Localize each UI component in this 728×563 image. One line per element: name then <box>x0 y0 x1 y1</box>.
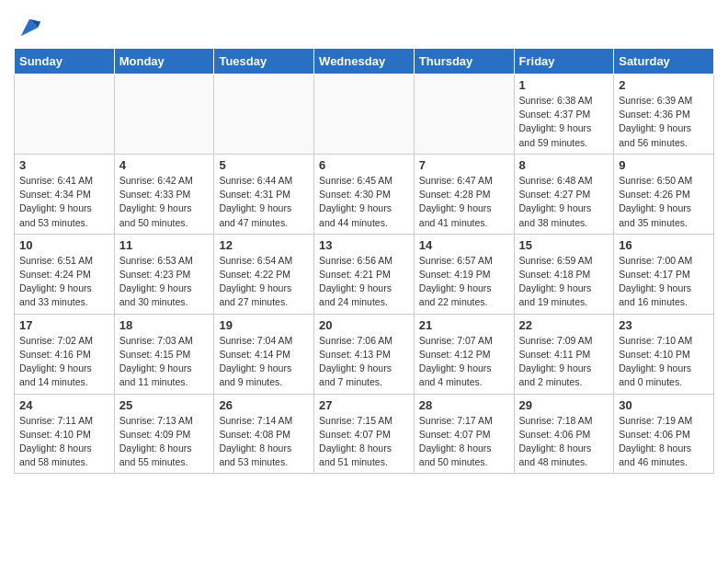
calendar-cell: 24Sunrise: 7:11 AM Sunset: 4:10 PM Dayli… <box>15 394 115 474</box>
calendar-cell: 7Sunrise: 6:47 AM Sunset: 4:28 PM Daylig… <box>414 154 514 234</box>
calendar-cell: 9Sunrise: 6:50 AM Sunset: 4:26 PM Daylig… <box>614 154 714 234</box>
day-number: 24 <box>19 398 109 412</box>
day-info: Sunrise: 7:02 AM Sunset: 4:16 PM Dayligh… <box>19 334 109 390</box>
calendar-cell: 17Sunrise: 7:02 AM Sunset: 4:16 PM Dayli… <box>15 314 115 394</box>
day-number: 20 <box>319 318 409 332</box>
day-info: Sunrise: 6:41 AM Sunset: 4:34 PM Dayligh… <box>19 174 109 230</box>
calendar-cell <box>114 75 214 155</box>
day-number: 5 <box>219 158 309 172</box>
calendar-cell: 14Sunrise: 6:57 AM Sunset: 4:19 PM Dayli… <box>414 234 514 314</box>
day-info: Sunrise: 7:17 AM Sunset: 4:07 PM Dayligh… <box>419 414 509 470</box>
calendar-table: SundayMondayTuesdayWednesdayThursdayFrid… <box>14 48 714 474</box>
calendar-cell: 15Sunrise: 6:59 AM Sunset: 4:18 PM Dayli… <box>514 234 614 314</box>
day-number: 21 <box>419 318 509 332</box>
day-info: Sunrise: 6:57 AM Sunset: 4:19 PM Dayligh… <box>419 254 509 310</box>
day-number: 14 <box>419 238 509 252</box>
day-number: 25 <box>119 398 210 412</box>
calendar-cell: 29Sunrise: 7:18 AM Sunset: 4:06 PM Dayli… <box>514 394 614 474</box>
calendar-cell: 27Sunrise: 7:15 AM Sunset: 4:07 PM Dayli… <box>314 394 415 474</box>
calendar-cell: 3Sunrise: 6:41 AM Sunset: 4:34 PM Daylig… <box>15 154 115 234</box>
calendar-cell <box>414 75 514 155</box>
day-info: Sunrise: 6:38 AM Sunset: 4:37 PM Dayligh… <box>519 94 609 150</box>
day-info: Sunrise: 7:04 AM Sunset: 4:14 PM Dayligh… <box>219 334 309 390</box>
calendar-header-sunday: Sunday <box>15 49 115 75</box>
day-info: Sunrise: 6:53 AM Sunset: 4:23 PM Dayligh… <box>119 254 210 310</box>
day-info: Sunrise: 6:44 AM Sunset: 4:31 PM Dayligh… <box>219 174 309 230</box>
calendar-cell: 23Sunrise: 7:10 AM Sunset: 4:10 PM Dayli… <box>614 314 714 394</box>
calendar-week-row: 17Sunrise: 7:02 AM Sunset: 4:16 PM Dayli… <box>15 314 714 394</box>
day-info: Sunrise: 7:00 AM Sunset: 4:17 PM Dayligh… <box>619 254 709 310</box>
day-info: Sunrise: 7:10 AM Sunset: 4:10 PM Dayligh… <box>619 334 709 390</box>
day-number: 17 <box>19 318 109 332</box>
day-info: Sunrise: 6:59 AM Sunset: 4:18 PM Dayligh… <box>519 254 609 310</box>
calendar-cell: 30Sunrise: 7:19 AM Sunset: 4:06 PM Dayli… <box>614 394 714 474</box>
day-info: Sunrise: 7:09 AM Sunset: 4:11 PM Dayligh… <box>519 334 609 390</box>
calendar-cell: 5Sunrise: 6:44 AM Sunset: 4:31 PM Daylig… <box>214 154 314 234</box>
day-number: 10 <box>19 238 109 252</box>
calendar-cell: 28Sunrise: 7:17 AM Sunset: 4:07 PM Dayli… <box>414 394 514 474</box>
day-info: Sunrise: 7:19 AM Sunset: 4:06 PM Dayligh… <box>619 414 709 470</box>
day-number: 13 <box>319 238 409 252</box>
calendar-cell: 2Sunrise: 6:39 AM Sunset: 4:36 PM Daylig… <box>614 75 714 155</box>
day-number: 19 <box>219 318 309 332</box>
day-number: 4 <box>119 158 210 172</box>
calendar-cell: 13Sunrise: 6:56 AM Sunset: 4:21 PM Dayli… <box>314 234 415 314</box>
calendar-cell: 6Sunrise: 6:45 AM Sunset: 4:30 PM Daylig… <box>314 154 415 234</box>
day-info: Sunrise: 6:50 AM Sunset: 4:26 PM Dayligh… <box>619 174 709 230</box>
calendar-cell: 19Sunrise: 7:04 AM Sunset: 4:14 PM Dayli… <box>214 314 314 394</box>
calendar-cell: 1Sunrise: 6:38 AM Sunset: 4:37 PM Daylig… <box>514 75 614 155</box>
calendar-cell: 16Sunrise: 7:00 AM Sunset: 4:17 PM Dayli… <box>614 234 714 314</box>
calendar-header-tuesday: Tuesday <box>214 49 314 75</box>
day-info: Sunrise: 7:13 AM Sunset: 4:09 PM Dayligh… <box>119 414 210 470</box>
day-number: 7 <box>419 158 509 172</box>
day-info: Sunrise: 6:45 AM Sunset: 4:30 PM Dayligh… <box>319 174 409 230</box>
day-number: 8 <box>519 158 609 172</box>
day-info: Sunrise: 7:06 AM Sunset: 4:13 PM Dayligh… <box>319 334 409 390</box>
day-info: Sunrise: 6:42 AM Sunset: 4:33 PM Dayligh… <box>119 174 210 230</box>
calendar-cell <box>214 75 314 155</box>
day-number: 12 <box>219 238 309 252</box>
calendar-week-row: 24Sunrise: 7:11 AM Sunset: 4:10 PM Dayli… <box>15 394 714 474</box>
day-info: Sunrise: 7:03 AM Sunset: 4:15 PM Dayligh… <box>119 334 210 390</box>
calendar-cell: 8Sunrise: 6:48 AM Sunset: 4:27 PM Daylig… <box>514 154 614 234</box>
day-number: 15 <box>519 238 609 252</box>
day-number: 2 <box>619 78 709 92</box>
calendar-cell: 21Sunrise: 7:07 AM Sunset: 4:12 PM Dayli… <box>414 314 514 394</box>
calendar-cell: 26Sunrise: 7:14 AM Sunset: 4:08 PM Dayli… <box>214 394 314 474</box>
calendar-cell: 4Sunrise: 6:42 AM Sunset: 4:33 PM Daylig… <box>114 154 214 234</box>
day-info: Sunrise: 7:15 AM Sunset: 4:07 PM Dayligh… <box>319 414 409 470</box>
calendar-header-friday: Friday <box>514 49 614 75</box>
calendar-cell: 20Sunrise: 7:06 AM Sunset: 4:13 PM Dayli… <box>314 314 415 394</box>
day-number: 11 <box>119 238 210 252</box>
day-number: 16 <box>619 238 709 252</box>
logo <box>14 15 42 40</box>
day-number: 9 <box>619 158 709 172</box>
day-number: 1 <box>519 78 609 92</box>
day-number: 22 <box>519 318 609 332</box>
day-number: 3 <box>19 158 109 172</box>
calendar-week-row: 10Sunrise: 6:51 AM Sunset: 4:24 PM Dayli… <box>15 234 714 314</box>
day-info: Sunrise: 7:11 AM Sunset: 4:10 PM Dayligh… <box>19 414 109 470</box>
calendar-cell: 10Sunrise: 6:51 AM Sunset: 4:24 PM Dayli… <box>15 234 115 314</box>
day-info: Sunrise: 6:48 AM Sunset: 4:27 PM Dayligh… <box>519 174 609 230</box>
day-number: 30 <box>619 398 709 412</box>
day-info: Sunrise: 6:56 AM Sunset: 4:21 PM Dayligh… <box>319 254 409 310</box>
calendar-header-thursday: Thursday <box>414 49 514 75</box>
day-info: Sunrise: 7:07 AM Sunset: 4:12 PM Dayligh… <box>419 334 509 390</box>
calendar-header-monday: Monday <box>114 49 214 75</box>
day-number: 23 <box>619 318 709 332</box>
day-number: 28 <box>419 398 509 412</box>
day-info: Sunrise: 6:51 AM Sunset: 4:24 PM Dayligh… <box>19 254 109 310</box>
day-info: Sunrise: 6:54 AM Sunset: 4:22 PM Dayligh… <box>219 254 309 310</box>
calendar-header-saturday: Saturday <box>614 49 714 75</box>
day-info: Sunrise: 7:14 AM Sunset: 4:08 PM Dayligh… <box>219 414 309 470</box>
logo-icon <box>17 15 42 40</box>
day-info: Sunrise: 7:18 AM Sunset: 4:06 PM Dayligh… <box>519 414 609 470</box>
calendar-cell: 11Sunrise: 6:53 AM Sunset: 4:23 PM Dayli… <box>114 234 214 314</box>
calendar-header-row: SundayMondayTuesdayWednesdayThursdayFrid… <box>15 49 714 75</box>
day-number: 26 <box>219 398 309 412</box>
calendar-week-row: 1Sunrise: 6:38 AM Sunset: 4:37 PM Daylig… <box>15 75 714 155</box>
day-number: 27 <box>319 398 409 412</box>
day-info: Sunrise: 6:39 AM Sunset: 4:36 PM Dayligh… <box>619 94 709 150</box>
calendar-cell <box>15 75 115 155</box>
